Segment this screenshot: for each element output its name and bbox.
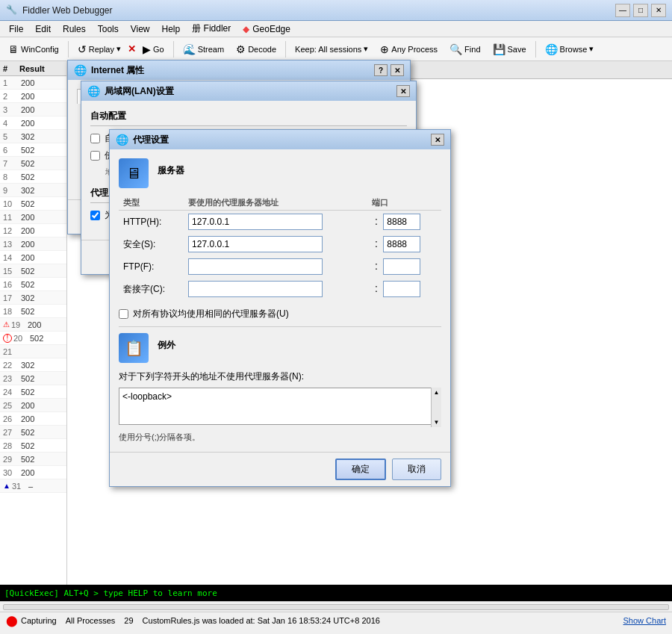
table-row[interactable]: ! 20502 [0,332,66,345]
secure-port-input[interactable] [383,236,420,252]
go-button[interactable]: ▶ Go [137,40,169,59]
save-button[interactable]: 💾 Save [488,40,532,59]
table-row[interactable]: 29502 [0,453,66,466]
target-icon: ⊕ [380,43,389,55]
menu-fiddler[interactable]: 册 Fiddler [186,21,237,37]
table-row[interactable]: 13200 [0,237,66,251]
replay-button[interactable]: ↺ Replay ▾ [72,40,126,59]
menu-view[interactable]: View [125,22,156,36]
menu-tools[interactable]: Tools [92,22,125,36]
secure-label: 安全(S): [123,239,155,249]
secure-address-input[interactable] [188,236,323,252]
ftp-address-input[interactable] [188,258,323,275]
table-row[interactable]: 1200 [0,76,66,90]
use-proxy-checkbox[interactable] [90,211,100,220]
scroll-up-icon[interactable]: ▲ [434,389,440,396]
menu-file[interactable]: File [3,22,29,36]
table-row[interactable]: 10502 [0,197,66,211]
table-row[interactable]: 22302 [0,358,66,372]
ftp-port-input[interactable] [383,258,420,275]
internet-properties-title: Internet 属性 [91,64,374,77]
proxy-title: 代理设置 [133,134,431,146]
proxy-ok-button[interactable]: 确定 [335,459,386,480]
table-row[interactable]: 2200 [0,90,66,103]
session-count: 29 [124,616,133,625]
show-chart-button[interactable]: Show Chart [623,616,666,625]
table-row[interactable]: 25200 [0,399,66,412]
keep-button[interactable]: Keep: All sessions ▾ [290,40,373,59]
stream-button[interactable]: 🌊 Stream [178,40,229,59]
menu-help[interactable]: Help [156,22,187,36]
socks-address-input[interactable] [188,281,323,297]
winconfig-button[interactable]: 🖥 WinConfig [3,40,64,59]
browse-button[interactable]: 🌐 Browse ▾ [540,40,600,59]
scroll-track[interactable] [3,604,669,610]
ftp-label: FTP(F): [123,261,154,272]
decode-button[interactable]: ⚙ Decode [231,40,281,59]
http-address-input[interactable] [188,214,323,230]
minimize-button[interactable]: — [615,4,630,17]
stop-icon: ✕ [128,43,136,55]
title-bar: 🔧 Fiddler Web Debugger — □ ✕ [0,0,672,21]
table-row[interactable]: 18502 [0,305,66,318]
table-row[interactable]: 9302 [0,184,66,197]
table-row[interactable]: 23502 [0,372,66,385]
internet-dialog-icon: 🌐 [74,64,87,76]
table-row[interactable]: 26200 [0,412,66,426]
scroll-down-icon[interactable]: ▼ [434,419,440,426]
table-row[interactable]: ▲ 31– [0,479,66,493]
proxy-footer: 确定 取消 [110,452,450,486]
table-row[interactable]: 15502 [0,264,66,278]
same-proxy-checkbox[interactable] [119,309,128,319]
table-row[interactable]: 21200 [0,345,66,358]
status-bar: ⬤ Capturing All Processes 29 CustomRules… [0,612,672,628]
table-row[interactable]: 28502 [0,439,66,453]
lan-autoconfig-title: 自动配置 [90,110,407,126]
textarea-scrollbar[interactable]: ▲ ▼ [431,388,441,427]
table-row[interactable]: 17302 [0,291,66,305]
error-icon: ! [3,334,12,343]
table-row[interactable]: 11200 [0,211,66,224]
menu-geoedge[interactable]: ◆ GeoEdge [237,22,296,36]
table-row[interactable]: 6502 [0,143,66,157]
maximize-button[interactable]: □ [633,4,648,17]
table-row[interactable]: 14200 [0,251,66,264]
same-proxy-row: 对所有协议均使用相同的代理服务器(U) [119,308,441,320]
internet-properties-title-bar: 🌐 Internet 属性 ? ✕ [68,60,410,80]
exceptions-textarea[interactable]: <-loopback> [119,388,441,425]
exceptions-desc: 对于下列字符开头的地址不使用代理服务器(N): [119,370,441,383]
table-row[interactable]: 5302 [0,130,66,143]
table-row[interactable]: 3200 [0,103,66,116]
proxy-divider [119,326,441,327]
autoconfig-checkbox[interactable] [90,134,100,143]
proxy-close-button[interactable]: ✕ [431,134,444,146]
table-row[interactable]: 4200 [0,116,66,130]
autoconfig-script-checkbox[interactable] [90,151,100,161]
table-row[interactable]: 24502 [0,385,66,399]
close-button[interactable]: ✕ [651,4,666,17]
internet-close-button[interactable]: ✕ [391,64,404,76]
menu-edit[interactable]: Edit [29,22,57,36]
find-button[interactable]: 🔍 Find [444,40,485,59]
table-row[interactable]: 30200 [0,466,66,479]
table-row[interactable]: 16502 [0,278,66,291]
table-row[interactable]: 7502 [0,157,66,170]
any-process-button[interactable]: ⊕ Any Process [375,40,443,59]
session-header: # Result [0,61,66,76]
table-row[interactable]: 12200 [0,224,66,237]
lan-close-button[interactable]: ✕ [396,85,410,97]
col-num-header: # [3,64,19,73]
socks-port-input[interactable] [383,281,420,297]
http-port-input[interactable] [383,214,420,230]
proxy-cancel-button[interactable]: 取消 [392,459,441,480]
horizontal-scrollbar[interactable] [0,601,672,612]
internet-help-button[interactable]: ? [374,64,388,76]
upload-icon: ▲ [3,482,10,490]
table-row[interactable]: 8502 [0,170,66,184]
quickexec-bar: [QuickExec] ALT+Q > type HELP to learn m… [0,585,672,601]
table-row[interactable]: 27502 [0,426,66,439]
table-row[interactable]: ⚠ 19200 [0,318,66,332]
menu-rules[interactable]: Rules [57,22,92,36]
browse-icon: 🌐 [545,43,558,55]
proxy-settings-dialog[interactable]: 🌐 代理设置 ✕ 🖥 服务器 类型 要使用的代理服务器地址 端口 [109,129,451,487]
